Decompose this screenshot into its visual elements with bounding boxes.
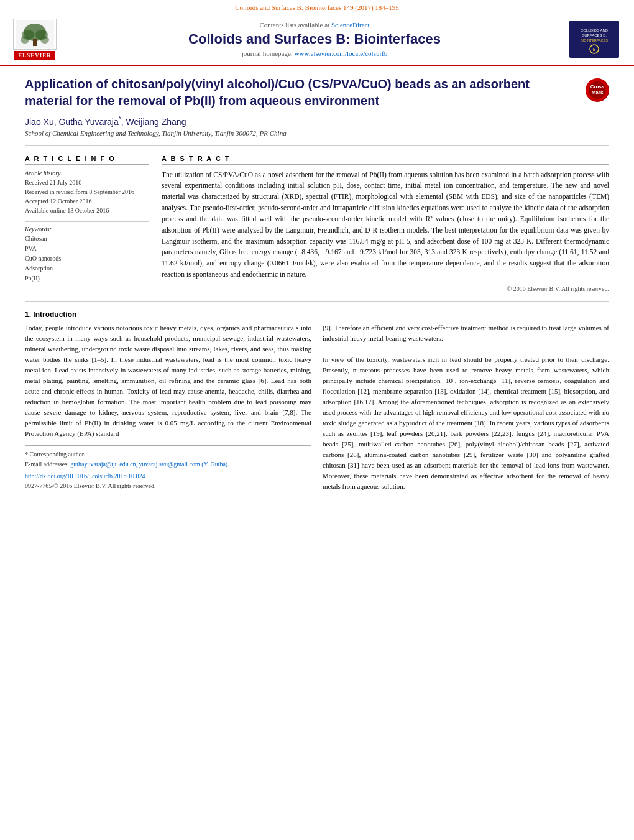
doi-link[interactable]: http://dx.doi.org/10.1016/j.colsurfb.201…	[25, 473, 145, 479]
main-content: Application of chitosan/poly(vinyl alcoh…	[0, 66, 634, 502]
keywords-list: Chitosan PVA CuO nanorods Adsorption Pb(…	[25, 234, 149, 284]
journal-center: Contents lists available at ScienceDirec…	[60, 21, 569, 57]
svg-text:B: B	[593, 47, 596, 52]
elsevier-tree-image	[13, 19, 57, 50]
journal-url[interactable]: www.elsevier.com/locate/colsurfb	[295, 50, 388, 57]
keyword-adsorption: Adsorption	[25, 264, 149, 274]
keyword-pva: PVA	[25, 244, 149, 254]
body-content: Today, people introduce various notoriou…	[25, 323, 609, 492]
available-date: Available online 13 October 2016	[25, 206, 149, 215]
intro-text-left: Today, people introduce various notoriou…	[25, 323, 311, 440]
email-link[interactable]: guthayuvaraja@tju.edu.cn, yuvaraj.svu@gm…	[70, 461, 229, 468]
svg-text:Cross: Cross	[590, 84, 605, 90]
sciencedirect-link[interactable]: ScienceDirect	[331, 21, 370, 29]
keyword-cuo: CuO nanorods	[25, 254, 149, 264]
journal-logo-right: COLLOIDS AND SURFACES B: BIOINTERFACES B	[569, 21, 619, 58]
article-info-title: A R T I C L E I N F O	[25, 155, 149, 165]
corresponding-note: * Corresponding author.	[25, 450, 311, 459]
copyright-notice: © 2016 Elsevier B.V. All rights reserved…	[162, 285, 609, 292]
doi-line[interactable]: http://dx.doi.org/10.1016/j.colsurfb.201…	[25, 471, 311, 481]
svg-text:SURFACES B:: SURFACES B:	[582, 34, 607, 37]
svg-text:Mark: Mark	[592, 90, 604, 95]
keywords-label: Keywords:	[25, 226, 149, 233]
received-date: Received 21 July 2016	[25, 178, 149, 187]
journal-reference: Colloids and Surfaces B: Biointerfaces 1…	[0, 0, 634, 14]
divider-1	[25, 145, 609, 146]
received-revised-date: Received in revised form 8 September 201…	[25, 187, 149, 196]
history-label: Article history:	[25, 170, 149, 177]
affiliation: School of Chemical Engineering and Techn…	[25, 129, 609, 137]
intro-text-right: [9]. Therefore an efficient and very cos…	[323, 323, 609, 344]
authors: Jiao Xu, Gutha Yuvaraja*, Weijiang Zhang	[25, 116, 609, 127]
article-meta-row: A R T I C L E I N F O Article history: R…	[25, 155, 609, 292]
svg-text:COLLOIDS AND: COLLOIDS AND	[581, 29, 609, 32]
intro-text-right-2: In view of the toxicity, wastewaters ric…	[323, 354, 609, 492]
article-title: Application of chitosan/poly(vinyl alcoh…	[25, 76, 577, 109]
svg-point-5	[21, 36, 29, 44]
accepted-date: Accepted 12 October 2016	[25, 196, 149, 206]
keyword-chitosan: Chitosan	[25, 234, 149, 244]
abstract-title: A B S T R A C T	[162, 155, 609, 165]
footnote-area: * Corresponding author. E-mail addresses…	[25, 445, 311, 491]
elsevier-logo: ELSEVIER	[10, 19, 60, 60]
crossmark-badge[interactable]: Cross Mark	[586, 78, 609, 102]
article-info-column: A R T I C L E I N F O Article history: R…	[25, 155, 149, 292]
svg-text:BIOINTERFACES: BIOINTERFACES	[581, 39, 608, 42]
abstract-text: The utilization of CS/PVA/CuO as a novel…	[162, 170, 609, 280]
divider-2	[25, 301, 609, 302]
svg-point-6	[40, 36, 49, 44]
svg-rect-4	[33, 39, 37, 46]
email-note: E-mail addresses: guthayuvaraja@tju.edu.…	[25, 459, 311, 469]
intro-col-left: Today, people introduce various notoriou…	[25, 323, 311, 492]
journal-header: ELSEVIER Contents lists available at Sci…	[0, 14, 634, 66]
article-title-section: Application of chitosan/poly(vinyl alcoh…	[25, 76, 609, 109]
keyword-pbii: Pb(II)	[25, 274, 149, 284]
crossmark-icon: Cross Mark	[586, 78, 609, 102]
issn-line: 0927-7765/© 2016 Elsevier B.V. All right…	[25, 481, 311, 491]
abstract-column: A B S T R A C T The utilization of CS/PV…	[162, 155, 609, 292]
elsevier-name: ELSEVIER	[14, 51, 55, 60]
journal-homepage: journal homepage: www.elsevier.com/locat…	[72, 50, 557, 57]
journal-title-header: Colloids and Surfaces B: Biointerfaces	[72, 31, 557, 47]
intro-col-right: [9]. Therefore an efficient and very cos…	[323, 323, 609, 492]
contents-link: Contents lists available at ScienceDirec…	[72, 21, 557, 29]
intro-section-title: 1. Introduction	[25, 310, 609, 319]
